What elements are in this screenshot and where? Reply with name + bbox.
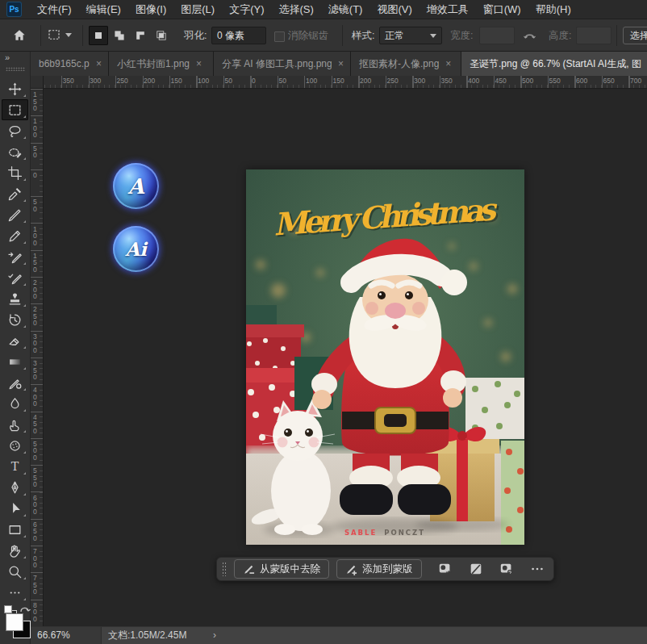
menu-item[interactable]: 帮助(H)	[528, 0, 578, 19]
document-image: Merry Christmas Merry Christmas SABLE PO…	[246, 169, 524, 545]
sponge-tool[interactable]	[2, 435, 28, 456]
horizontal-ruler[interactable]: 3503002502001501005005010015020025030035…	[44, 76, 647, 89]
vertical-ruler[interactable]: 1501005005010015020025030035040045050055…	[31, 89, 44, 626]
status-expand-icon[interactable]: ›	[213, 627, 216, 644]
path-selection-tool[interactable]	[2, 498, 28, 519]
menu-item[interactable]: 图像(I)	[128, 0, 173, 19]
eyedropper-tool[interactable]	[2, 183, 28, 204]
eraser-tool[interactable]	[2, 330, 28, 351]
document-tab-2[interactable]: 小红书封面1.png×	[109, 52, 214, 76]
mask-properties-icon[interactable]	[437, 561, 453, 577]
pencil-tool[interactable]	[2, 225, 28, 246]
brush-tool[interactable]	[2, 204, 28, 225]
ruler-tick-label: 750	[33, 575, 40, 596]
menu-item[interactable]: 选择(S)	[271, 0, 320, 19]
image-watermark: SABLE PONCZT	[344, 529, 425, 537]
task-bar-grip[interactable]	[222, 562, 227, 576]
object-selection-icon	[7, 144, 23, 160]
clone-stamp-icon	[7, 291, 23, 307]
crop-tool[interactable]	[2, 162, 28, 183]
eyedropper-icon	[7, 186, 23, 202]
ruler-tick-label: 50	[33, 199, 40, 212]
remove-from-mask-button[interactable]: 从蒙版中去除	[234, 559, 329, 579]
blur-tool[interactable]	[2, 393, 28, 414]
tab-label: 抠图素材-人像.png	[359, 57, 439, 71]
tab-label: b6b9165c.png	[39, 58, 90, 69]
ruler-tick-label: 150	[171, 77, 182, 85]
ruler-tick-label: 700	[630, 77, 641, 85]
add-to-selection-icon[interactable]	[110, 26, 129, 45]
clone-stamp-tool[interactable]	[2, 288, 28, 309]
disable-mask-icon[interactable]	[468, 561, 484, 577]
pen-icon	[7, 480, 23, 496]
object-selection-tool[interactable]	[2, 141, 28, 162]
menu-items: 文件(F)编辑(E)图像(I)图层(L)文字(Y)选择(S)滤镜(T)视图(V)…	[30, 0, 578, 19]
subtract-from-selection-icon[interactable]	[131, 26, 150, 45]
width-input[interactable]	[479, 27, 515, 44]
foreground-color-swatch[interactable]	[6, 613, 23, 631]
ruler-tick-label: 350	[63, 77, 74, 85]
rectangular-marquee-tool[interactable]	[2, 99, 28, 120]
tab-close-icon[interactable]: ×	[445, 58, 451, 69]
ruler-tick-label: 650	[603, 77, 615, 85]
menu-item[interactable]: 文字(Y)	[222, 0, 271, 19]
canvas-area[interactable]: A Ai	[44, 89, 647, 626]
menu-item[interactable]: 视图(V)	[369, 0, 419, 19]
feather-input[interactable]: 0 像素	[211, 27, 266, 44]
mask-options-icon[interactable]	[499, 561, 515, 577]
document-tab-1[interactable]: b6b9165c.png×	[31, 52, 109, 76]
ruler-tick-label: 100	[198, 77, 209, 85]
pencil-icon	[7, 228, 23, 244]
more-options-icon[interactable]	[529, 561, 545, 577]
gradient-tool[interactable]	[2, 351, 28, 372]
healing-brush-tool[interactable]	[2, 267, 28, 288]
document-tab-5[interactable]: 圣诞节.png @ 66.7% (StartAI AI生成, 图层	[461, 52, 647, 76]
hand-tool[interactable]	[2, 540, 28, 561]
zoom-level-field[interactable]: 66.67%	[31, 627, 102, 644]
select-and-mask-button[interactable]: 选择并遮住...	[623, 27, 647, 44]
swap-dimensions-icon[interactable]	[523, 29, 536, 43]
tool-bar: T	[0, 76, 31, 644]
type-tool[interactable]: T	[2, 456, 28, 477]
tab-close-icon[interactable]: ×	[96, 58, 102, 69]
intersect-selection-icon[interactable]	[152, 26, 171, 45]
menu-item[interactable]: 滤镜(T)	[321, 0, 370, 19]
smudge-tool[interactable]	[2, 414, 28, 435]
pen-tool[interactable]	[2, 477, 28, 498]
tab-close-icon[interactable]: ×	[196, 58, 202, 69]
zoom-tool[interactable]	[2, 561, 28, 582]
menu-item[interactable]: 图层(L)	[173, 0, 222, 19]
shape-tool[interactable]	[2, 519, 28, 540]
feather-label: 羽化:	[184, 19, 207, 52]
menu-item[interactable]: 编辑(E)	[79, 0, 128, 19]
new-selection-icon[interactable]	[89, 26, 108, 45]
toolbar-grip[interactable]	[6, 67, 25, 71]
edit-toolbar-tool[interactable]	[2, 582, 28, 603]
style-select[interactable]: 正常	[379, 27, 442, 44]
ruler-tick-label: 100	[33, 118, 40, 139]
height-input[interactable]	[576, 27, 612, 44]
tab-close-icon[interactable]: ×	[338, 58, 344, 69]
menu-item[interactable]: 文件(F)	[30, 0, 79, 19]
height-label: 高度:	[549, 19, 571, 52]
ruler-tick-label: 500	[33, 441, 40, 462]
svg-text:T: T	[11, 460, 19, 473]
lasso-tool[interactable]	[2, 120, 28, 141]
smudge-icon	[7, 417, 23, 433]
home-icon[interactable]	[11, 27, 27, 44]
add-to-mask-button[interactable]: 添加到蒙版	[336, 559, 422, 579]
history-brush-tool[interactable]	[2, 309, 28, 330]
menu-item[interactable]: 窗口(W)	[476, 0, 528, 19]
document-tab-3[interactable]: 分享 AI 修图工具.png.png×	[214, 52, 351, 76]
antialias-checkbox[interactable]	[274, 31, 285, 42]
document-tab-4[interactable]: 抠图素材-人像.png×	[351, 52, 461, 76]
ruler-tick-label: 100	[33, 226, 40, 247]
expand-toolbar-icon[interactable]: »	[5, 52, 10, 62]
menu-item[interactable]: 增效工具	[420, 0, 476, 19]
mixer-brush-tool[interactable]	[2, 372, 28, 393]
tool-preset-marquee[interactable]	[47, 27, 72, 42]
move-tool[interactable]	[2, 78, 28, 99]
move-icon	[7, 82, 23, 97]
clone-source-tool[interactable]	[2, 246, 28, 267]
gradient-icon	[7, 354, 23, 370]
